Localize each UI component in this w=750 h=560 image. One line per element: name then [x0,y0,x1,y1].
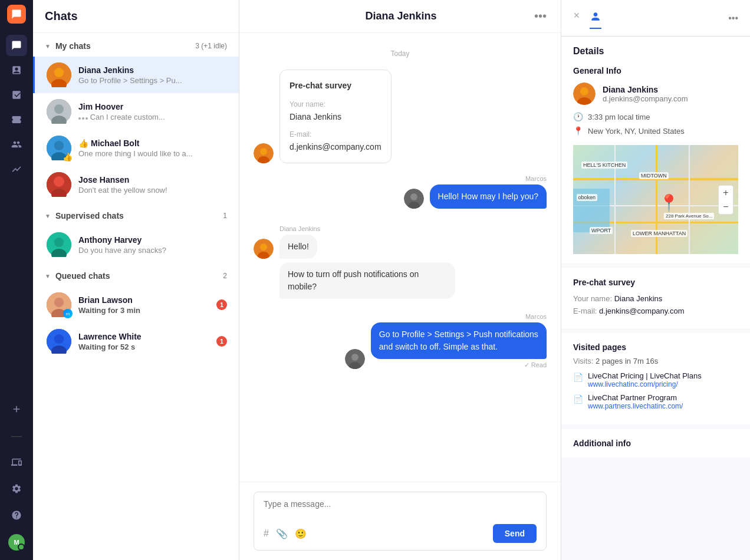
map-zoom-in[interactable]: + [719,186,733,200]
map-address-label: 228 Park Avenue So... [664,213,714,219]
prechat-email-key: E-mail: [573,307,599,315]
chat-item-lawrence[interactable]: Lawrence White Waiting for 52 s 1 [33,323,239,360]
survey-name-label: Your name: [290,99,381,110]
right-panel-header: ✕ ••• [561,0,750,37]
my-chats-count: 3 (+1 idle) [195,42,227,50]
map-road-5 [656,145,657,254]
page-url-2[interactable]: www.partners.livechatinc.com/ [588,402,738,410]
my-chats-section-header[interactable]: ▼ My chats 3 (+1 idle) [33,33,239,57]
queued-chats-section-header[interactable]: ▼ Queued chats 2 [33,263,239,286]
message-input-area: # 📎 🙂 Send [239,482,561,560]
tab-person[interactable] [590,7,601,29]
chat-info-jose: Jose Hansen Don't eat the yellow snow! [78,175,227,195]
details-section: Details General Info Diana Jenkins d.jen… [561,37,750,263]
survey-title: Pre-chat survey [290,80,381,92]
svg-point-4 [54,104,64,114]
chat-name-anthony: Anthony Harvey [78,235,227,245]
survey-email-value: d.jenkins@company.com [290,141,381,153]
chat-info-brian: Brian Lawson Waiting for 3 min [78,295,209,315]
svg-point-22 [260,148,267,155]
sidebar-content: ▼ My chats 3 (+1 idle) Diana Jenkins Go … [33,33,239,560]
send-button[interactable]: Send [493,524,537,543]
message-input-box: # 📎 🙂 Send [254,492,547,551]
visited-pages-section: Visited pages Visits: 2 pages in 7m 16s … [561,333,750,424]
chat-preview-michael: One more thing I would like to a... [78,149,227,158]
svg-point-28 [260,243,267,251]
page-url-1[interactable]: www.livechatinc.com/pricing/ [588,380,738,388]
chat-preview-anthony: Do you have any snacks? [78,246,227,255]
nav-icon-chats[interactable] [6,35,27,56]
supervised-chats-section-header[interactable]: ▼ Supervised chats 1 [33,203,239,226]
prechat-email-val: d.jenkins@company.com [599,307,684,315]
chat-item-brian[interactable]: m Brian Lawson Waiting for 3 min 1 [33,286,239,323]
msg-row-diana-hello: Hello! [254,235,547,259]
map-label-lower-manhattan: LOWER MANHATTAN [631,230,688,237]
chat-item-jim[interactable]: Jim Hoover Can I create custom... [33,93,239,130]
nav-icon-settings[interactable] [6,478,27,499]
messenger-badge: m [63,309,73,318]
map-zoom-controls: + − [718,185,733,215]
chat-info-michael: 👍 Michael Bolt One more thing I would li… [78,139,227,158]
chat-more-button[interactable]: ••• [534,9,547,23]
logo[interactable] [7,5,26,24]
chat-item-anthony[interactable]: Anthony Harvey Do you have any snacks? [33,226,239,263]
avatar-lawrence [47,329,71,354]
msg-sender-marcos-2: Marcos [371,313,547,320]
message-input-actions: # 📎 🙂 Send [264,524,537,543]
queued-chats-title: Queued chats [55,271,110,281]
chat-item-michael[interactable]: 👍 👍 Michael Bolt One more thing I would … [33,130,239,166]
nav-icon-analytics[interactable] [6,159,27,180]
tab-close[interactable]: ✕ [573,7,580,29]
left-navigation: — M [0,0,33,560]
msg-content-marcos-hello: Marcos Hello! How may I help you? [430,175,547,209]
map-pin: 📍 [659,193,679,213]
chat-item-jose[interactable]: Jose Hansen Don't eat the yellow snow! [33,166,239,203]
detail-user-name: Diana Jenkins [603,85,688,94]
map-zoom-out[interactable]: − [719,200,733,214]
svg-point-19 [54,334,64,344]
message-input[interactable] [264,499,537,518]
unread-badge-lawrence: 1 [216,336,227,347]
hashtag-icon[interactable]: # [264,528,269,539]
map-container[interactable]: HELL'S KITCHEN MIDTOWN oboken WPORT LOWE… [573,145,738,254]
attachment-icon[interactable]: 📎 [276,528,288,539]
msg-bubble-diana-hello: Hello! [279,235,317,259]
chat-item-diana[interactable]: Diana Jenkins Go to Profile > Settings >… [33,57,239,93]
svg-point-7 [54,141,64,150]
map-road-6 [689,145,690,254]
location-icon: 📍 [573,126,583,136]
map-label-hoboken: oboken [577,194,598,201]
messages-area: Today Pre-chat survey Your name: Diana J… [239,33,561,482]
avatar-brian-wrapper: m [47,292,71,317]
nav-icon-tickets[interactable] [6,109,27,130]
nav-icon-help[interactable] [6,505,27,526]
supervised-chats-chevron: ▼ [45,213,51,219]
nav-icon-cards[interactable] [6,452,27,473]
msg-content-marcos-reply: Marcos Go to Profile > Settings > Push n… [371,313,547,369]
agent-avatar[interactable]: M [8,534,25,551]
right-panel-more[interactable]: ••• [728,13,738,24]
chat-name-jose: Jose Hansen [78,175,227,185]
nav-icon-add[interactable] [6,398,27,420]
visits-summary: Visits: 2 pages in 7m 16s [573,357,738,365]
chat-preview-brian: Waiting for 3 min [78,306,209,315]
avatar-jim [47,99,71,124]
chat-preview-lawrence: Waiting for 52 s [78,342,209,351]
typing-indicator [78,117,88,120]
map-label-midtown: MIDTOWN [639,172,669,179]
emoji-icon[interactable]: 🙂 [295,528,307,539]
chat-preview-jim: Can I create custom... [78,113,227,121]
nav-icon-reports[interactable] [6,60,27,81]
nav-icon-visitors[interactable] [6,134,27,155]
avatar-michael: 👍 [47,136,71,160]
nav-icon-inbox[interactable] [6,84,27,106]
page-icon-2: 📄 [573,394,583,404]
page-icon-1: 📄 [573,373,583,382]
msg-row-diana-push: How to turn off push notifications on mo… [254,262,547,299]
prechat-name-row: Your name: Diana Jenkins [573,294,738,303]
chat-preview-jose: Don't eat the yellow snow! [78,186,227,195]
msg-avatar-marcos-1 [404,189,424,209]
user-info-row: Diana Jenkins d.jenkins@company.com [573,83,738,105]
msg-bubble-diana-push: How to turn off push notifications on mo… [279,262,455,299]
prechat-survey-title: Pre-chat survey [573,278,738,287]
